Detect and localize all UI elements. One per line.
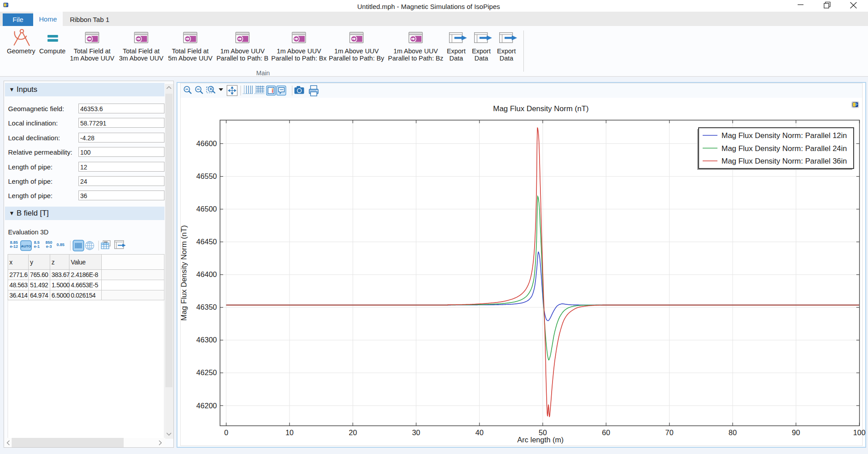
svg-text:100: 100: [853, 428, 866, 437]
svg-text:e-3: e-3: [46, 244, 52, 249]
svg-text:0.85: 0.85: [56, 242, 65, 247]
svg-text:e-12: e-12: [10, 244, 18, 249]
svg-text:46200: 46200: [196, 402, 217, 410]
svg-text:46500: 46500: [196, 205, 217, 213]
svg-text:10: 10: [285, 428, 294, 437]
svg-text:Mag Flux Density Norm: Paralle: Mag Flux Density Norm: Parallel 24in: [721, 144, 847, 153]
svg-text:40: 40: [475, 428, 484, 437]
svg-text:46250: 46250: [196, 368, 217, 376]
svg-text:46600: 46600: [196, 139, 217, 147]
svg-text:0: 0: [224, 428, 228, 437]
svg-text:20: 20: [349, 428, 357, 437]
svg-text:46300: 46300: [196, 336, 217, 344]
svg-text:AUTO: AUTO: [21, 244, 31, 248]
svg-text:46350: 46350: [196, 303, 217, 311]
svg-text:Mag Flux Density Norm: Paralle: Mag Flux Density Norm: Parallel 12in: [721, 131, 847, 140]
svg-text:70: 70: [665, 428, 674, 437]
svg-text:46450: 46450: [196, 238, 217, 246]
svg-text:Mag Flux Density Norm (nT): Mag Flux Density Norm (nT): [180, 225, 188, 320]
svg-text:46550: 46550: [196, 172, 217, 180]
svg-text:Arc length (m): Arc length (m): [517, 436, 564, 444]
svg-text:46400: 46400: [196, 270, 217, 278]
svg-text:Mag Flux Density Norm (nT): Mag Flux Density Norm (nT): [493, 104, 588, 113]
svg-text:e-1: e-1: [34, 244, 39, 249]
svg-text:60: 60: [602, 428, 610, 437]
svg-text:90: 90: [792, 428, 800, 437]
svg-text:80: 80: [729, 428, 737, 437]
svg-text:Mag Flux Density Norm: Paralle: Mag Flux Density Norm: Parallel 36in: [721, 157, 847, 165]
svg-text:30: 30: [412, 428, 420, 437]
